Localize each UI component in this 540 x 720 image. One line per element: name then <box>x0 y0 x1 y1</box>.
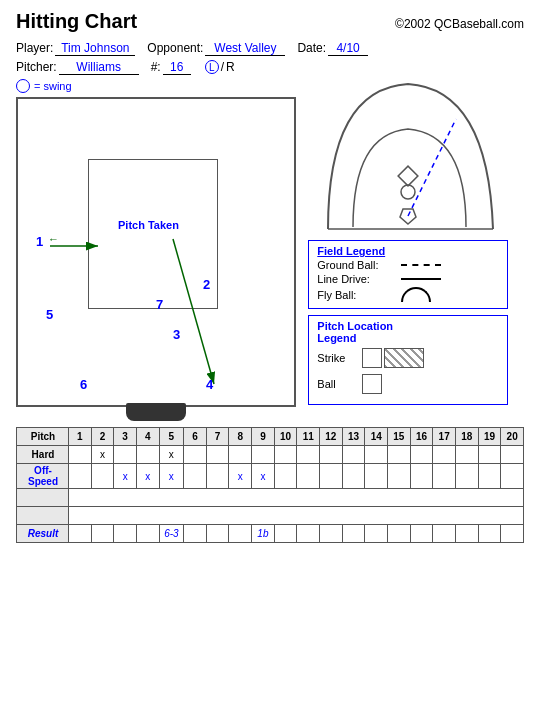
os-c17 <box>433 464 456 489</box>
empty-row-2 <box>17 507 524 525</box>
field-legend: Field Legend Ground Ball: Line Drive: Fl… <box>308 240 508 309</box>
offspeed-row: Off-Speed x x x x x <box>17 464 524 489</box>
os-c1 <box>69 464 92 489</box>
col-11: 11 <box>297 428 320 446</box>
result-c9: 1b <box>252 525 275 543</box>
col-17: 17 <box>433 428 456 446</box>
strike-zone <box>88 159 218 309</box>
home-plate-container <box>126 403 186 421</box>
hard-c2: x <box>91 446 114 464</box>
svg-line-7 <box>408 119 456 216</box>
col-20: 20 <box>501 428 524 446</box>
col-10: 10 <box>274 428 297 446</box>
empty1-cols <box>69 489 524 507</box>
groundball-line-icon <box>401 264 441 266</box>
hard-c15 <box>388 446 411 464</box>
field-diagram <box>308 79 508 234</box>
copyright: ©2002 QCBaseball.com <box>395 17 524 31</box>
result-c2 <box>91 525 114 543</box>
os-c6 <box>184 464 207 489</box>
col-7: 7 <box>206 428 229 446</box>
pitch-6: 6 <box>80 377 87 392</box>
opponent-label: Opponent: <box>147 41 203 55</box>
result-c6 <box>184 525 207 543</box>
hard-c17 <box>433 446 456 464</box>
os-c13 <box>342 464 365 489</box>
flyball-arc-icon <box>401 287 431 302</box>
os-c3: x <box>114 464 137 489</box>
player-value: Tim Johnson <box>55 41 135 56</box>
ball-row: Ball <box>317 374 499 394</box>
hard-c20 <box>501 446 524 464</box>
pitch-taken-label: Pitch Taken <box>118 219 179 231</box>
field-legend-flyball: Fly Ball: <box>317 287 499 302</box>
col-13: 13 <box>342 428 365 446</box>
result-c16 <box>410 525 433 543</box>
os-x9: x <box>260 471 265 482</box>
col-12: 12 <box>320 428 343 446</box>
hard-c3 <box>114 446 137 464</box>
flyball-label: Fly Ball: <box>317 289 397 301</box>
field-legend-groundball: Ground Ball: <box>317 259 499 271</box>
field-legend-title: Field Legend <box>317 245 499 257</box>
col-4: 4 <box>136 428 159 446</box>
hard-c1 <box>69 446 92 464</box>
col-5: 5 <box>159 428 183 446</box>
date-label: Date: <box>297 41 326 55</box>
pitch-table: Pitch 1 2 3 4 5 6 7 8 9 10 11 12 13 14 1… <box>16 427 524 543</box>
hard-c4 <box>136 446 159 464</box>
hard-c10 <box>274 446 297 464</box>
pitch-4: 4 <box>206 377 213 392</box>
result-c7 <box>206 525 229 543</box>
pitcher-label: Pitcher: <box>16 60 57 74</box>
col-9: 9 <box>252 428 275 446</box>
os-c7 <box>206 464 229 489</box>
col-2: 2 <box>91 428 114 446</box>
hard-x2: x <box>100 449 105 460</box>
os-c4: x <box>136 464 159 489</box>
col-6: 6 <box>184 428 207 446</box>
os-c18 <box>455 464 478 489</box>
field-legend-linedrive: Line Drive: <box>317 273 499 285</box>
result-c17 <box>433 525 456 543</box>
hard-c6 <box>184 446 207 464</box>
os-c15 <box>388 464 411 489</box>
hard-c7 <box>206 446 229 464</box>
os-c9: x <box>252 464 275 489</box>
result-c3 <box>114 525 137 543</box>
hard-c5: x <box>159 446 183 464</box>
os-c11 <box>297 464 320 489</box>
pitch-box: 1 ← Pitch Taken 2 3 4 5 6 7 <box>16 97 296 407</box>
offspeed-label: Off-Speed <box>17 464 69 489</box>
os-c20 <box>501 464 524 489</box>
ball-label: Ball <box>317 378 362 390</box>
lr-right: R <box>226 60 235 74</box>
result-c4 <box>136 525 159 543</box>
os-x5: x <box>169 471 174 482</box>
empty2-cols <box>69 507 524 525</box>
os-c14 <box>365 464 388 489</box>
linedrive-label: Line Drive: <box>317 273 397 285</box>
ball-white-box <box>362 374 382 394</box>
col-14: 14 <box>365 428 388 446</box>
os-c5: x <box>159 464 183 489</box>
groundball-label: Ground Ball: <box>317 259 397 271</box>
right-area: Field Legend Ground Ball: Line Drive: Fl… <box>308 79 524 407</box>
empty1-label <box>17 489 69 507</box>
form-row-1: Player: Tim Johnson Opponent: West Valle… <box>16 41 524 56</box>
form-row-2: Pitcher: Williams #: 16 L / R <box>16 60 524 75</box>
svg-point-8 <box>401 185 415 199</box>
page-title: Hitting Chart <box>16 10 137 33</box>
os-c19 <box>478 464 501 489</box>
result-c12 <box>320 525 343 543</box>
hard-c11 <box>297 446 320 464</box>
hard-x5: x <box>169 449 174 460</box>
os-c2 <box>91 464 114 489</box>
empty2-label <box>17 507 69 525</box>
strike-hatch-box <box>384 348 424 368</box>
os-x3: x <box>123 471 128 482</box>
result-label: Result <box>17 525 69 543</box>
os-c12 <box>320 464 343 489</box>
swing-legend-text: = swing <box>34 80 72 92</box>
os-c10 <box>274 464 297 489</box>
